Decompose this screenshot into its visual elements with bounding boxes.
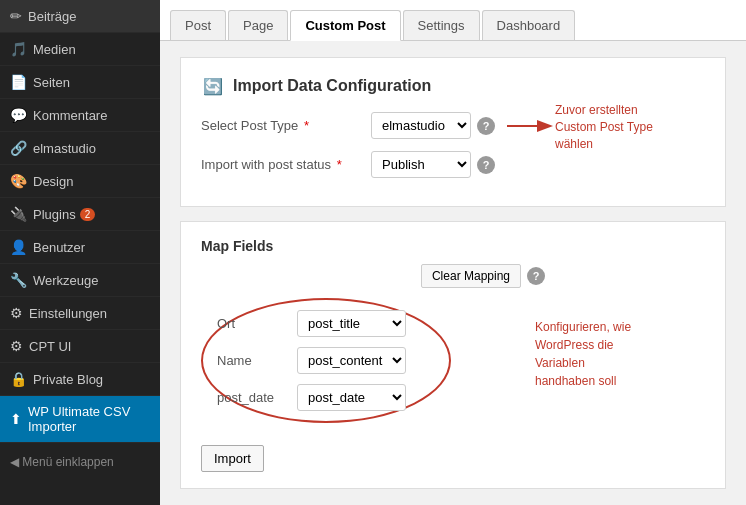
post-status-control: PublishDraftPrivate ? bbox=[371, 151, 495, 178]
map-fields-area: Ortpost_titlepost_contentpost_datepost_a… bbox=[201, 298, 705, 423]
tab-dashboard[interactable]: Dashboard bbox=[482, 10, 576, 40]
card-title: 🔄 Import Data Configuration bbox=[201, 74, 705, 98]
map-select-0[interactable]: post_titlepost_contentpost_datepost_auth… bbox=[297, 310, 406, 337]
map-select-2[interactable]: post_titlepost_contentpost_datepost_auth… bbox=[297, 384, 406, 411]
sidebar-label-3: Kommentare bbox=[33, 108, 107, 123]
post-type-select[interactable]: elmastudiopostpage bbox=[371, 112, 471, 139]
annotation-custom-post: Zuvor erstellten Custom Post Type wählen bbox=[555, 102, 695, 152]
import-config-card: 🔄 Import Data Configuration Select Post … bbox=[180, 57, 726, 207]
post-type-label: Select Post Type * bbox=[201, 118, 371, 133]
tab-page[interactable]: Page bbox=[228, 10, 288, 40]
post-status-help[interactable]: ? bbox=[477, 156, 495, 174]
sidebar-item-10[interactable]: ⚙ CPT UI bbox=[0, 330, 160, 363]
collapse-icon: ◀ bbox=[10, 455, 19, 469]
map-row-1: Namepost_titlepost_contentpost_datepost_… bbox=[217, 347, 435, 374]
sidebar-label-9: Einstellungen bbox=[29, 306, 107, 321]
tabs-bar: PostPageCustom PostSettingsDashboard bbox=[160, 0, 746, 41]
map-row-0: Ortpost_titlepost_contentpost_datepost_a… bbox=[217, 310, 435, 337]
tab-post[interactable]: Post bbox=[170, 10, 226, 40]
map-fields-card: Map Fields Clear Mapping ? Ortpost_title… bbox=[180, 221, 726, 489]
sidebar-item-6[interactable]: 🔌 Plugins 2 bbox=[0, 198, 160, 231]
sidebar-label-2: Seiten bbox=[33, 75, 70, 90]
sidebar-badge-6: 2 bbox=[80, 208, 96, 221]
sidebar-label-10: CPT UI bbox=[29, 339, 71, 354]
annotation-arrow bbox=[505, 116, 555, 136]
tab-settings[interactable]: Settings bbox=[403, 10, 480, 40]
sidebar-label-1: Medien bbox=[33, 42, 76, 57]
sidebar-item-11[interactable]: 🔒 Private Blog bbox=[0, 363, 160, 396]
map-fields-oval: Ortpost_titlepost_contentpost_datepost_a… bbox=[201, 298, 451, 423]
map-label-0: Ort bbox=[217, 316, 287, 331]
sidebar-item-1[interactable]: 🎵 Medien bbox=[0, 33, 160, 66]
sidebar-item-5[interactable]: 🎨 Design bbox=[0, 165, 160, 198]
sidebar-item-7[interactable]: 👤 Benutzer bbox=[0, 231, 160, 264]
sidebar-icon-0: ✏ bbox=[10, 8, 22, 24]
sidebar-icon-7: 👤 bbox=[10, 239, 27, 255]
sidebar-item-8[interactable]: 🔧 Werkzeuge bbox=[0, 264, 160, 297]
sidebar-item-4[interactable]: 🔗 elmastudio bbox=[0, 132, 160, 165]
sidebar-label-0: Beiträge bbox=[28, 9, 76, 24]
sidebar-icon-1: 🎵 bbox=[10, 41, 27, 57]
sidebar-icon-10: ⚙ bbox=[10, 338, 23, 354]
tab-custom-post[interactable]: Custom Post bbox=[290, 10, 400, 41]
sidebar-icon-12: ⬆ bbox=[10, 411, 22, 427]
sidebar-icon-5: 🎨 bbox=[10, 173, 27, 189]
clear-mapping-button[interactable]: Clear Mapping bbox=[421, 264, 521, 288]
map-fields-title: Map Fields bbox=[201, 238, 705, 254]
sidebar-label-12: WP Ultimate CSV Importer bbox=[28, 404, 150, 434]
sidebar-icon-9: ⚙ bbox=[10, 305, 23, 321]
clear-mapping-row: Clear Mapping ? bbox=[201, 264, 705, 288]
sidebar-icon-8: 🔧 bbox=[10, 272, 27, 288]
sidebar-item-3[interactable]: 💬 Kommentare bbox=[0, 99, 160, 132]
sidebar: ✏ Beiträge 🎵 Medien 📄 Seiten 💬 Kommentar… bbox=[0, 0, 160, 505]
sidebar-label-6: Plugins bbox=[33, 207, 76, 222]
import-button-area: Import bbox=[201, 435, 705, 472]
sidebar-item-2[interactable]: 📄 Seiten bbox=[0, 66, 160, 99]
sidebar-item-12[interactable]: ⬆ WP Ultimate CSV Importer bbox=[0, 396, 160, 443]
annotation-configure: Konfigurieren, wie WordPress die Variabl… bbox=[535, 318, 695, 390]
sidebar-label-5: Design bbox=[33, 174, 73, 189]
sidebar-icon-3: 💬 bbox=[10, 107, 27, 123]
map-select-1[interactable]: post_titlepost_contentpost_datepost_auth… bbox=[297, 347, 406, 374]
sidebar-item-0[interactable]: ✏ Beiträge bbox=[0, 0, 160, 33]
main-content: PostPageCustom PostSettingsDashboard 🔄 I… bbox=[160, 0, 746, 505]
post-type-control: elmastudiopostpage ? bbox=[371, 112, 555, 139]
post-status-label: Import with post status * bbox=[201, 157, 371, 172]
map-label-1: Name bbox=[217, 353, 287, 368]
sidebar-label-11: Private Blog bbox=[33, 372, 103, 387]
post-type-help[interactable]: ? bbox=[477, 117, 495, 135]
sidebar-icon-2: 📄 bbox=[10, 74, 27, 90]
map-row-2: post_datepost_titlepost_contentpost_date… bbox=[217, 384, 435, 411]
sidebar-label-4: elmastudio bbox=[33, 141, 96, 156]
map-label-2: post_date bbox=[217, 390, 287, 405]
sidebar-icon-4: 🔗 bbox=[10, 140, 27, 156]
content-area: 🔄 Import Data Configuration Select Post … bbox=[160, 41, 746, 505]
sidebar-label-7: Benutzer bbox=[33, 240, 85, 255]
collapse-menu[interactable]: ◀ Menü einklappen bbox=[0, 447, 160, 477]
import-button[interactable]: Import bbox=[201, 445, 264, 472]
sidebar-icon-6: 🔌 bbox=[10, 206, 27, 222]
post-status-select[interactable]: PublishDraftPrivate bbox=[371, 151, 471, 178]
card-icon: 🔄 bbox=[201, 74, 225, 98]
sidebar-label-8: Werkzeuge bbox=[33, 273, 99, 288]
post-status-row: Import with post status * PublishDraftPr… bbox=[201, 151, 705, 178]
sidebar-icon-11: 🔒 bbox=[10, 371, 27, 387]
clear-mapping-help[interactable]: ? bbox=[527, 267, 545, 285]
sidebar-item-9[interactable]: ⚙ Einstellungen bbox=[0, 297, 160, 330]
